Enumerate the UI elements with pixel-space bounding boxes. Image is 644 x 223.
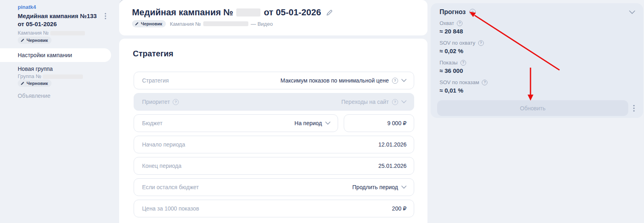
field-value: На период	[295, 120, 322, 126]
group-number-label: Группа №	[18, 73, 41, 79]
metric-sov-reach: SOV по охвату ? ≈ 0,02 %	[440, 40, 484, 54]
metric-value: ≈ 0,01 %	[440, 87, 487, 94]
metric-value: ≈ 36 000	[440, 67, 466, 74]
field-value: Продлить период	[352, 184, 398, 190]
cpm-price-input[interactable]: Цена за 1000 показов 200 ₽	[134, 200, 414, 217]
chevron-down-icon	[401, 100, 407, 103]
budget-period-select[interactable]: Бюджет На период	[134, 114, 338, 132]
campaign-subheader: Черновик Кампания № — Видео	[132, 20, 273, 27]
sidebar-campaign-title[interactable]: Медийная кампания №133 от 05-01-2026	[18, 12, 104, 28]
pencil-icon	[135, 22, 139, 26]
draft-badge-label: Черновик	[27, 38, 48, 43]
pencil-icon	[21, 38, 25, 42]
sidebar-campaign-number: Кампания №	[18, 30, 85, 36]
forecast-menu-dots-icon[interactable]	[630, 103, 638, 114]
metric-label: SOV по охвату	[440, 40, 475, 46]
campaign-header-card: Медийная кампания № от 05-01-2026 Чернов…	[119, 0, 427, 35]
help-icon[interactable]: ?	[469, 9, 476, 15]
campaign-number-label: Кампания №	[18, 30, 49, 36]
campaign-number-label: Кампания №	[170, 21, 201, 27]
page-title-suffix: от 05-01-2026	[264, 7, 321, 18]
metric-value: ≈ 0,02 %	[440, 47, 484, 54]
campaign-settings-label: Настройки кампании	[18, 52, 72, 58]
metric-label: Охват	[440, 20, 454, 26]
edit-title-button[interactable]	[326, 9, 333, 16]
redacted-group-id	[43, 74, 83, 79]
period-start-input[interactable]: Начало периода 12.01.2026	[134, 136, 414, 153]
budget-amount-value: 9 000 ₽	[387, 120, 407, 126]
metric-label: Показы	[440, 60, 458, 66]
help-icon[interactable]: ?	[460, 60, 466, 66]
field-value: Максимум показов по минимальной цене	[281, 77, 389, 84]
leftover-budget-select[interactable]: Если остался бюджет Продлить период	[134, 178, 414, 196]
forecast-panel: Прогноз ? Охват ? ≈ 20 848 SOV по охвату…	[431, 3, 643, 118]
account-link[interactable]: pinatk4	[18, 4, 36, 10]
redacted-campaign-id	[50, 31, 85, 35]
field-label: Цена за 1000 показов	[142, 205, 199, 212]
chevron-down-icon[interactable]	[401, 79, 407, 82]
edit-pencil-icon	[326, 9, 333, 16]
field-value: 200 ₽	[392, 205, 407, 212]
metric-label: SOV по показам	[440, 79, 479, 85]
help-icon[interactable]: ?	[392, 99, 398, 105]
group-draft-badge-label: Черновик	[27, 81, 48, 86]
field-value: 12.01.2026	[378, 141, 407, 148]
redacted-campaign-id	[203, 21, 248, 26]
field-label: Конец периода	[142, 163, 182, 169]
group-draft-status-badge: Черновик	[18, 80, 52, 87]
help-icon[interactable]: ?	[482, 80, 487, 85]
campaign-number-line: Кампания № — Видео	[170, 21, 273, 27]
period-end-input[interactable]: Конец периода 25.01.2026	[134, 157, 414, 175]
sidebar-group-number: Группа №	[18, 73, 83, 79]
field-label: Если остался бюджет	[142, 184, 199, 190]
help-icon[interactable]: ?	[173, 99, 179, 105]
field-value: 25.01.2026	[378, 163, 407, 169]
metric-reach: Охват ? ≈ 20 848	[440, 20, 463, 35]
page-title: Медийная кампания № от 05-01-2026	[132, 7, 333, 18]
page-title-prefix: Медийная кампания №	[132, 7, 233, 18]
priority-select: Приоритет ? Переходы на сайт ?	[134, 93, 414, 111]
metric-sov-impressions: SOV по показам ? ≈ 0,01 %	[440, 79, 487, 94]
draft-status-badge: Черновик	[132, 20, 166, 27]
pencil-icon	[21, 81, 25, 85]
help-icon[interactable]: ?	[457, 21, 462, 26]
redacted-campaign-id	[236, 8, 260, 17]
sidebar-item-campaign-settings[interactable]: Настройки кампании	[0, 48, 111, 62]
collapse-chevron-icon[interactable]	[629, 10, 635, 14]
draft-badge-label: Черновик	[141, 21, 162, 26]
field-label: Бюджет	[142, 120, 163, 126]
campaign-type-label: — Видео	[251, 21, 273, 27]
update-forecast-button[interactable]: Обновить	[437, 100, 628, 116]
strategy-heading: Стратегия	[133, 49, 173, 58]
field-label: Стратегия	[142, 77, 169, 84]
sidebar-item-new-group[interactable]: Новая группа	[18, 66, 53, 72]
field-label: Приоритет	[142, 99, 170, 105]
draft-status-badge: Черновик	[18, 37, 52, 44]
metric-value: ≈ 20 848	[440, 28, 463, 35]
help-icon[interactable]: ?	[478, 40, 484, 46]
sidebar-item-ad[interactable]: Объявление	[18, 93, 50, 99]
help-icon[interactable]: ?	[392, 78, 398, 84]
strategy-select[interactable]: Стратегия Максимум показов по минимально…	[134, 72, 414, 89]
campaign-menu-dots-icon[interactable]	[101, 12, 109, 20]
chevron-down-icon[interactable]	[401, 186, 407, 189]
forecast-title: Прогноз	[440, 8, 466, 16]
strategy-card: Стратегия Стратегия Максимум показов по …	[119, 39, 427, 223]
budget-amount-input[interactable]: 9 000 ₽	[344, 114, 414, 132]
field-label: Начало периода	[142, 141, 185, 148]
chevron-down-icon[interactable]	[325, 122, 330, 125]
field-value: Переходы на сайт	[341, 99, 389, 105]
metric-impressions: Показы ? ≈ 36 000	[440, 60, 466, 74]
